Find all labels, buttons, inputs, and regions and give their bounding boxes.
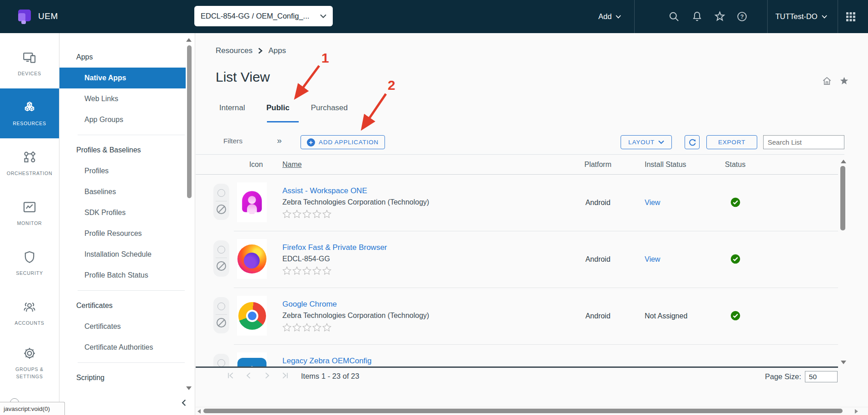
add-application-button[interactable]: + ADD APPLICATION <box>301 135 385 149</box>
breadcrumb: Resources Apps <box>216 46 286 55</box>
tab-purchased[interactable]: Purchased <box>311 103 348 112</box>
nav-item-profile-resources[interactable]: Profile Resources <box>59 223 186 244</box>
table-scroll-down-arrow[interactable] <box>841 361 846 364</box>
page-size-value: 50 <box>809 373 817 381</box>
sidebar-item-orchestration[interactable]: ORCHESTRATION <box>0 138 59 188</box>
nav-item-native-apps[interactable]: Native Apps <box>59 68 186 88</box>
block-icon[interactable] <box>217 205 226 214</box>
column-header-name[interactable]: Name <box>282 161 302 169</box>
table-row: Firefox Fast & Private Browser EDCL-854-… <box>196 231 868 288</box>
sidebar-item-devices[interactable]: DEVICES <box>0 39 59 88</box>
row-radio[interactable] <box>217 189 225 197</box>
divider <box>216 314 227 315</box>
scroll-left-arrow[interactable] <box>197 409 201 414</box>
block-icon[interactable] <box>217 261 226 271</box>
filters-toggle[interactable]: Filters <box>223 137 242 145</box>
nav-item-baselines[interactable]: Baselines <box>59 181 186 202</box>
sidebar-item-security[interactable]: SECURITY <box>0 238 59 288</box>
app-name-link[interactable]: Legacy Zebra OEMConfig <box>282 356 372 365</box>
collapse-sidebar-icon[interactable] <box>180 399 188 407</box>
row-radio[interactable] <box>217 359 225 366</box>
home-icon[interactable] <box>822 76 832 86</box>
help-icon[interactable]: ? <box>736 10 748 23</box>
uem-logo-icon <box>16 9 33 25</box>
top-bar: UEM EDCL-854-GG / OEM_Config_... Add ? T… <box>0 0 868 33</box>
sidebar-scrollbar-thumb[interactable] <box>187 45 192 198</box>
status-approved-icon <box>730 311 740 321</box>
nav-item-certificate-authorities[interactable]: Certificate Authorities <box>59 337 186 358</box>
first-page-button[interactable] <box>227 372 234 379</box>
sidebar-item-label: GROUPS & SETTINGS <box>15 366 44 381</box>
chevron-down-icon <box>616 15 621 19</box>
plus-icon: + <box>307 138 315 146</box>
sidebar-item-accounts[interactable]: ACCOUNTS <box>0 288 59 338</box>
favorite-star-icon[interactable] <box>839 76 849 86</box>
search-input[interactable] <box>763 135 844 149</box>
breadcrumb-resources[interactable]: Resources <box>216 46 252 55</box>
install-status-view-link[interactable]: View <box>645 255 660 263</box>
row-radio[interactable] <box>217 303 225 310</box>
sidebar-item-resources[interactable]: RESOURCES <box>0 88 59 138</box>
layout-button[interactable]: LAYOUT <box>621 135 672 149</box>
app-icon-tile <box>237 239 267 279</box>
add-menu-button[interactable]: Add <box>598 0 621 33</box>
gear-icon <box>22 346 37 361</box>
sidebar-item-monitor[interactable]: MONITOR <box>0 188 59 238</box>
devices-icon <box>22 50 37 65</box>
app-name-link[interactable]: Assist - Workspace ONE <box>282 186 367 195</box>
table-scroll-up-arrow[interactable] <box>841 160 846 163</box>
app-name-link[interactable]: Google Chrome <box>282 300 337 308</box>
scroll-up-arrow[interactable] <box>186 38 192 42</box>
table-header: Icon Name Platform Install Status Status <box>196 157 838 175</box>
nav-item-app-groups[interactable]: App Groups <box>59 109 186 130</box>
sidebar-item-groups-settings[interactable]: GROUPS & SETTINGS <box>0 338 59 388</box>
nav-item-sdk-profiles[interactable]: SDK Profiles <box>59 202 186 223</box>
nav-item-installation-schedule[interactable]: Installation Schedule <box>59 244 186 265</box>
nav-section-header-scripting: Scripting <box>59 367 195 388</box>
tab-internal[interactable]: Internal <box>219 103 245 112</box>
previous-page-button[interactable] <box>245 372 252 379</box>
app-name-link[interactable]: Firefox Fast & Private Browser <box>282 243 387 252</box>
page-title: List View <box>216 69 270 85</box>
sidebar-item-label: SECURITY <box>16 269 43 277</box>
resources-icon <box>22 100 37 115</box>
notifications-icon[interactable] <box>691 10 703 23</box>
main-content: Resources Apps List View Internal Public… <box>196 33 868 415</box>
block-icon[interactable] <box>217 318 226 327</box>
divider <box>78 290 185 291</box>
row-radio[interactable] <box>217 246 225 254</box>
organization-group-selector[interactable]: EDCL-854-GG / OEM_Config_... <box>194 6 333 26</box>
topbar-divider <box>767 0 768 33</box>
items-count-text: Items 1 - 23 of 23 <box>301 372 359 381</box>
tab-public[interactable]: Public <box>266 103 290 112</box>
next-page-button[interactable] <box>263 372 271 379</box>
svg-text:?: ? <box>740 14 744 20</box>
nav-item-web-links[interactable]: Web Links <box>59 88 186 109</box>
nav-item-profile-batch-status[interactable]: Profile Batch Status <box>59 265 186 286</box>
accounts-icon <box>22 299 37 315</box>
app-icon-tile <box>237 352 267 366</box>
export-button[interactable]: EXPORT <box>706 135 757 149</box>
horizontal-scrollbar-thumb[interactable] <box>203 409 843 413</box>
rating-stars <box>282 323 429 332</box>
account-menu-button[interactable]: TUTTest-DO <box>775 0 827 33</box>
zebra-oemconfig-icon <box>237 358 266 366</box>
install-status-view-link[interactable]: View <box>645 199 660 206</box>
filters-expand-icon[interactable]: » <box>277 136 282 146</box>
search-icon[interactable] <box>668 10 680 23</box>
nav-item-certificates[interactable]: Certificates <box>59 316 186 337</box>
scroll-down-arrow[interactable] <box>186 386 192 390</box>
scroll-right-arrow[interactable] <box>855 409 858 414</box>
topbar-divider <box>838 0 838 33</box>
nav-item-profiles[interactable]: Profiles <box>59 161 186 181</box>
add-menu-label: Add <box>598 12 612 21</box>
app-icon-tile <box>237 182 267 222</box>
app-switcher-icon[interactable] <box>845 11 856 22</box>
product-name: UEM <box>38 11 58 21</box>
breadcrumb-apps[interactable]: Apps <box>268 46 286 55</box>
table-scrollbar-thumb[interactable] <box>840 166 845 230</box>
last-page-button[interactable] <box>281 372 289 379</box>
refresh-button[interactable] <box>685 135 700 149</box>
page-size-select[interactable]: 50 <box>805 371 838 382</box>
favorites-icon[interactable] <box>714 10 726 23</box>
